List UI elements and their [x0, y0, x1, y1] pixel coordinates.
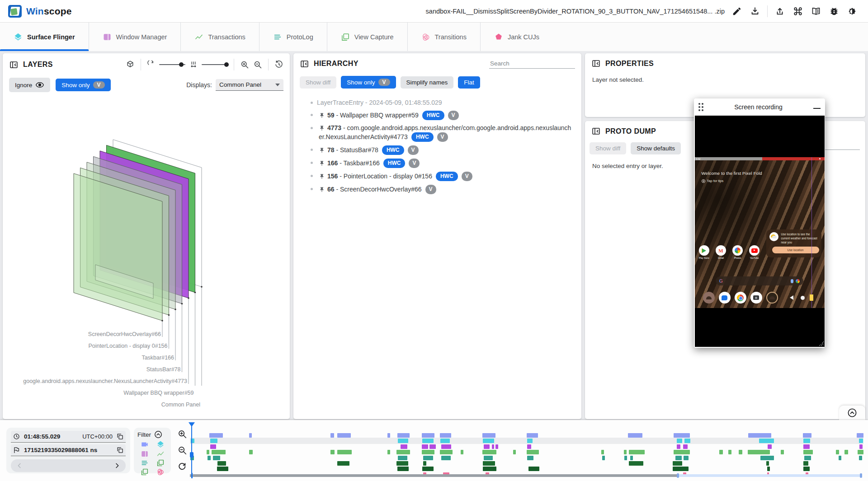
show-defaults-button[interactable]: Show defaults — [631, 142, 681, 154]
trace-entry-block[interactable] — [337, 461, 349, 466]
trace-entry-block[interactable] — [803, 433, 811, 438]
timeline-row-view-capture-2[interactable] — [190, 467, 863, 471]
trace-entry-block[interactable] — [857, 433, 863, 438]
pin-icon[interactable] — [319, 112, 325, 119]
pin-icon[interactable] — [319, 160, 325, 167]
hierarchy-search-input[interactable]: Search — [489, 59, 575, 69]
filter-collapse-icon[interactable] — [154, 430, 163, 439]
previous-entry-icon[interactable] — [15, 462, 24, 470]
trace-entry-block[interactable] — [396, 450, 410, 454]
trace-entry-block[interactable] — [527, 456, 533, 460]
trace-entry-block[interactable] — [803, 450, 813, 454]
trace-entry-block[interactable] — [495, 444, 498, 449]
track-selected-range[interactable] — [678, 474, 861, 477]
trace-entry-block[interactable] — [683, 444, 688, 449]
trace-entry-block[interactable] — [513, 450, 516, 454]
filter-swirl-icon[interactable] — [156, 468, 165, 476]
trace-entry-block[interactable] — [441, 456, 451, 460]
trace-entry-block[interactable] — [629, 461, 643, 466]
trace-entry-block[interactable] — [441, 444, 451, 449]
tree-node-66[interactable]: 66 - ScreenDecorHwcOverlay#66V — [311, 183, 577, 196]
timeline-reset-icon[interactable] — [177, 462, 187, 472]
trace-entry-block[interactable] — [677, 444, 680, 449]
displays-select[interactable]: Common Panel — [216, 79, 283, 91]
pin-icon[interactable] — [319, 147, 325, 154]
flat-button[interactable]: Flat — [458, 76, 480, 89]
trace-entry-block[interactable] — [249, 450, 252, 454]
tree-root-node[interactable]: LayerTraceEntry - 2024-05-09, 01:48:55.0… — [311, 97, 577, 109]
collapse-panel-icon[interactable] — [591, 59, 601, 68]
tab-window-manager[interactable]: Window Manager — [89, 23, 181, 51]
trace-entry-block[interactable] — [213, 456, 220, 460]
trace-entry-block[interactable] — [781, 450, 784, 454]
bug-icon[interactable] — [826, 4, 842, 19]
trace-entry-block[interactable] — [387, 450, 390, 454]
trace-entry-block[interactable] — [422, 450, 434, 454]
trace-entry-block[interactable] — [844, 450, 848, 454]
collapse-panel-icon[interactable] — [591, 126, 601, 136]
current-ns-field[interactable]: 1715219335029888061 ns — [11, 444, 126, 456]
trace-entry-block[interactable] — [803, 467, 809, 471]
trace-entry-block[interactable] — [330, 433, 334, 438]
trace-entry-block[interactable] — [482, 450, 496, 454]
trace-entry-block[interactable] — [768, 444, 772, 449]
trace-entry-block[interactable] — [684, 456, 688, 460]
timeline-canvas[interactable] — [190, 420, 863, 481]
3d-view-icon[interactable] — [126, 60, 135, 69]
tree-node-78[interactable]: 78 - StatusBar#78HWCV — [311, 144, 577, 157]
drag-handle-icon[interactable] — [698, 103, 703, 111]
trace-entry-block[interactable] — [527, 439, 533, 443]
trace-entry-block[interactable] — [675, 456, 681, 460]
zoom-in-icon[interactable] — [240, 60, 249, 69]
trace-entry-block[interactable] — [804, 456, 811, 460]
trace-entry-block[interactable] — [677, 439, 682, 443]
trace-entry-block[interactable] — [684, 439, 690, 443]
filter-layers-icon[interactable] — [156, 440, 165, 448]
next-entry-icon[interactable] — [113, 462, 121, 470]
trace-entry-block[interactable] — [208, 456, 211, 460]
trace-entry-block[interactable] — [423, 461, 426, 466]
trace-entry-block[interactable] — [210, 439, 217, 443]
trace-entry-block[interactable] — [527, 433, 538, 438]
trace-entry-block[interactable] — [483, 461, 495, 466]
trace-entry-block[interactable] — [859, 456, 862, 460]
trace-entry-block[interactable] — [210, 444, 216, 449]
copy-icon[interactable] — [116, 446, 124, 454]
show-only-v-button[interactable]: Show only V — [341, 76, 396, 89]
trace-entry-block[interactable] — [528, 467, 539, 471]
trace-entry-block[interactable] — [440, 450, 453, 454]
tree-node-166[interactable]: 166 - Taskbar#166HWCV — [311, 157, 577, 170]
trace-entry-block[interactable] — [767, 467, 770, 471]
upload-icon[interactable] — [772, 4, 788, 19]
trace-entry-block[interactable] — [674, 433, 690, 438]
pin-icon[interactable] — [319, 173, 325, 180]
download-icon[interactable] — [747, 4, 763, 19]
trace-entry-block[interactable] — [217, 461, 226, 466]
trace-entry-block[interactable] — [422, 467, 434, 471]
timeline-zoom-in-icon[interactable] — [177, 429, 187, 439]
trace-entry-block[interactable] — [628, 433, 643, 438]
show-diff-button[interactable]: Show diff — [300, 76, 336, 89]
filter-wm-icon[interactable] — [141, 449, 149, 458]
trace-entry-block[interactable] — [836, 450, 839, 454]
trace-entry-block[interactable] — [330, 450, 335, 454]
minimize-button[interactable] — [813, 103, 821, 109]
trace-entry-block[interactable] — [839, 456, 841, 460]
trace-entry-block[interactable] — [760, 456, 774, 460]
trace-entry-block[interactable] — [803, 444, 809, 449]
timeline-row-protolog[interactable] — [190, 456, 863, 460]
trace-entry-block[interactable] — [601, 450, 604, 454]
trace-entry-block[interactable] — [397, 467, 409, 471]
trace-entry-block[interactable] — [859, 444, 863, 449]
trace-entry-block[interactable] — [422, 433, 434, 438]
theme-icon[interactable] — [844, 4, 860, 19]
trace-entry-block[interactable] — [759, 439, 774, 443]
trace-entry-block[interactable] — [492, 444, 495, 449]
track-unselected-range[interactable] — [190, 474, 678, 477]
trace-entry-block[interactable] — [461, 450, 463, 454]
timeline-range-track[interactable] — [190, 474, 863, 477]
trace-entry-block[interactable] — [719, 450, 722, 454]
tree-node-59[interactable]: 59 - Wallpaper BBQ wrapper#59HWCV — [311, 109, 577, 122]
tab-protolog[interactable]: ProtoLog — [259, 23, 327, 51]
trace-entry-block[interactable] — [398, 456, 407, 460]
